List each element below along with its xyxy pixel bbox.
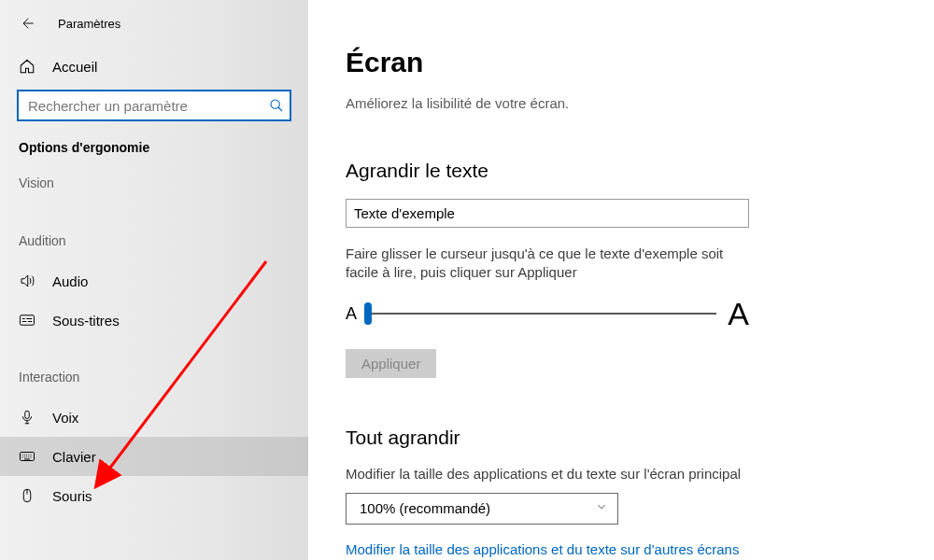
settings-app: Paramètres Accueil Options d'ergonomie V… bbox=[0, 0, 934, 560]
sidebar-item-label: Clavier bbox=[52, 449, 96, 465]
keyboard-icon bbox=[19, 448, 35, 465]
search-wrap bbox=[17, 90, 291, 121]
sidebar-item-mouse[interactable]: Souris bbox=[0, 476, 308, 515]
small-a-icon: A bbox=[346, 304, 357, 324]
enlarge-all-section: Tout agrandir Modifier la taille des app… bbox=[346, 427, 925, 561]
sidebar-section-vision: Vision bbox=[0, 166, 308, 203]
search-input[interactable] bbox=[17, 90, 291, 121]
sidebar: Paramètres Accueil Options d'ergonomie V… bbox=[0, 0, 308, 560]
svg-point-0 bbox=[271, 100, 279, 108]
page-subtitle: Améliorez la lisibilité de votre écran. bbox=[346, 95, 925, 111]
scale-dropdown[interactable]: 100% (recommandé) bbox=[346, 493, 618, 525]
sidebar-item-label: Voix bbox=[52, 410, 78, 426]
scale-label: Modifier la taille des applications et d… bbox=[346, 466, 925, 482]
big-a-icon: A bbox=[728, 296, 749, 332]
search-icon bbox=[269, 98, 284, 113]
home-label: Accueil bbox=[52, 59, 97, 75]
home-icon bbox=[19, 58, 35, 75]
slider-track[interactable] bbox=[368, 313, 716, 315]
chevron-down-icon bbox=[595, 500, 608, 516]
sidebar-item-speech[interactable]: Voix bbox=[0, 398, 308, 437]
arrow-left-icon bbox=[20, 16, 35, 31]
subtitles-icon bbox=[19, 312, 35, 329]
enlarge-text-heading: Agrandir le texte bbox=[346, 160, 925, 182]
sidebar-item-subtitles[interactable]: Sous-titres bbox=[0, 301, 308, 340]
svg-rect-1 bbox=[21, 315, 35, 326]
sidebar-category: Options d'ergonomie bbox=[0, 134, 308, 166]
audio-icon bbox=[19, 273, 35, 289]
mouse-icon bbox=[19, 487, 35, 504]
sidebar-item-label: Sous-titres bbox=[52, 313, 120, 329]
sidebar-item-label: Audio bbox=[52, 273, 88, 289]
sidebar-home[interactable]: Accueil bbox=[0, 49, 308, 84]
sidebar-item-audio[interactable]: Audio bbox=[0, 261, 308, 301]
sidebar-item-keyboard[interactable]: Clavier bbox=[0, 437, 308, 476]
apply-button[interactable]: Appliquer bbox=[346, 349, 436, 378]
main-content: Écran Améliorez la lisibilité de votre é… bbox=[308, 0, 934, 560]
enlarge-all-heading: Tout agrandir bbox=[346, 427, 925, 449]
slider-instruction: Faire glisser le curseur jusqu'à ce que … bbox=[346, 245, 749, 283]
page-title: Écran bbox=[346, 47, 925, 78]
microphone-icon bbox=[19, 409, 35, 426]
sidebar-header: Paramètres bbox=[0, 11, 308, 49]
slider-thumb[interactable] bbox=[364, 302, 372, 325]
svg-rect-2 bbox=[25, 411, 30, 418]
sidebar-section-interaction: Interaction bbox=[0, 360, 308, 398]
link-other-screens[interactable]: Modifier la taille des applications et d… bbox=[346, 541, 925, 557]
window-title: Paramètres bbox=[58, 17, 120, 31]
dropdown-value: 100% (recommandé) bbox=[360, 500, 490, 516]
back-button[interactable] bbox=[19, 15, 35, 32]
sample-text-box: Texte d'exemple bbox=[346, 199, 749, 228]
sidebar-section-audition: Audition bbox=[0, 224, 308, 261]
text-size-slider[interactable]: A A bbox=[346, 296, 749, 332]
sidebar-item-label: Souris bbox=[52, 488, 92, 504]
